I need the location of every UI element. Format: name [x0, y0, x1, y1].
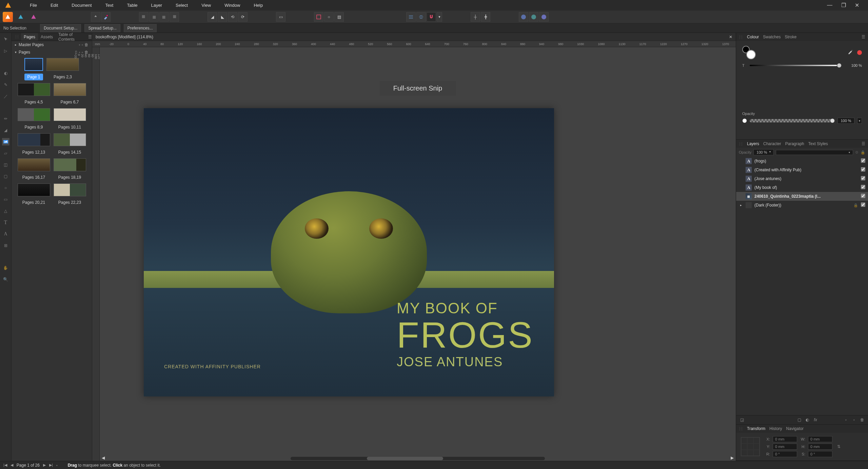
panel-handle-icon[interactable]: ┊┊: [739, 35, 743, 39]
layer-visibility-checkbox[interactable]: [861, 167, 865, 172]
scroll-right-icon[interactable]: ▶: [731, 455, 734, 460]
opacity-dropdown-icon[interactable]: ▾: [857, 118, 862, 124]
menu-edit[interactable]: Edit: [44, 1, 65, 10]
menu-layer[interactable]: Layer: [144, 1, 169, 10]
page-thumb-16-17[interactable]: [18, 158, 50, 171]
panel-menu-icon[interactable]: ☰: [862, 141, 865, 146]
canvas-viewport[interactable]: MY BOOK OF FROGS JOSE ANTUNES CREATED WI…: [100, 47, 736, 461]
menu-file[interactable]: File: [23, 1, 44, 10]
flip-h-icon[interactable]: ◢: [208, 12, 217, 22]
scrollbar-thumb[interactable]: [367, 457, 443, 460]
document-close-icon[interactable]: ✕: [729, 35, 732, 39]
y-field[interactable]: 0 mm: [773, 444, 797, 450]
arrange-back-icon[interactable]: [139, 12, 149, 22]
brush-tool-icon[interactable]: ✏: [2, 115, 9, 122]
arrange-front-icon[interactable]: [170, 12, 179, 22]
last-page-icon[interactable]: ▶|: [49, 463, 53, 467]
tint-slider[interactable]: [750, 65, 842, 66]
document-setup-button[interactable]: Document Setup...: [40, 24, 81, 32]
menu-table[interactable]: Table: [120, 1, 144, 10]
designer-persona-icon[interactable]: [16, 12, 26, 22]
menu-document[interactable]: Document: [65, 1, 98, 10]
panel-handle-icon[interactable]: ┊┊: [739, 427, 743, 431]
adjustment-layer-icon[interactable]: ◐: [804, 417, 810, 423]
page-canvas[interactable]: MY BOOK OF FROGS JOSE ANTUNES CREATED WI…: [144, 108, 554, 396]
place-image-tool-icon[interactable]: ▱: [2, 150, 9, 157]
menu-text[interactable]: Text: [99, 1, 120, 10]
rotate-cw-icon[interactable]: ⟳: [238, 12, 248, 22]
s-field[interactable]: 0 °: [808, 451, 832, 457]
tab-pages[interactable]: Pages: [21, 33, 38, 41]
pencil-tool-icon[interactable]: ／: [2, 93, 9, 100]
page-thumb-20-21[interactable]: [18, 183, 50, 196]
next-page-icon[interactable]: ▶: [43, 463, 46, 467]
tab-navigator[interactable]: Navigator: [786, 426, 804, 431]
preferences-button[interactable]: Preferences...: [124, 24, 157, 32]
scroll-left-icon[interactable]: ◀: [102, 455, 105, 460]
eyedropper-icon[interactable]: [847, 49, 854, 56]
fill-tool-icon[interactable]: ◢: [2, 126, 9, 134]
panel-menu-icon[interactable]: ☰: [862, 35, 865, 39]
snapping-dropdown-icon[interactable]: ▼: [437, 12, 442, 22]
anchor-point-grid[interactable]: [741, 437, 760, 456]
opacity-slider-thumb[interactable]: [830, 118, 835, 123]
link-wh-icon[interactable]: ⇅: [837, 444, 841, 449]
align-center-icon[interactable]: [416, 12, 426, 22]
snapping-icon[interactable]: [427, 12, 436, 22]
arrow-up-icon[interactable]: [91, 12, 100, 22]
spread-toggle-icon[interactable]: ▫: [56, 463, 58, 467]
menu-view[interactable]: View: [195, 1, 218, 10]
layer-row[interactable]: A (frogs): [736, 157, 868, 165]
picture-frame-tool-icon[interactable]: [2, 138, 9, 145]
tab-stroke[interactable]: Stroke: [785, 35, 796, 39]
crop-tool-icon[interactable]: ◫: [2, 161, 9, 169]
fill-colour-well[interactable]: [746, 50, 756, 59]
menu-help[interactable]: Help: [247, 1, 270, 10]
colour-wells[interactable]: [742, 46, 756, 59]
tab-assets[interactable]: Assets: [38, 33, 56, 41]
tab-history[interactable]: History: [769, 426, 782, 431]
rectangle-tool-icon[interactable]: ▢: [2, 173, 9, 180]
gradient-tool-icon[interactable]: ◐: [2, 70, 9, 77]
add-layer-icon[interactable]: ▫: [843, 417, 849, 423]
table-tool-icon[interactable]: ⊞: [2, 242, 9, 249]
page-thumb-4-5[interactable]: [18, 83, 50, 96]
opacity-value[interactable]: 100 %: [837, 118, 854, 124]
page-thumb-8-9[interactable]: [18, 108, 50, 121]
ellipse-tool-icon[interactable]: ○: [2, 184, 9, 192]
arrange-forward-icon[interactable]: [159, 12, 169, 22]
rotate-ccw-icon[interactable]: ⟲: [228, 12, 237, 22]
page-thumb-1[interactable]: [24, 58, 43, 71]
bleed-icon[interactable]: ▤: [334, 12, 344, 22]
master-thumb-1-icon[interactable]: ▫: [79, 42, 80, 47]
add-pixel-layer-icon[interactable]: ▫: [851, 417, 857, 423]
first-page-icon[interactable]: |◀: [3, 463, 7, 467]
panel-handle-icon[interactable]: ┊┊: [739, 142, 743, 146]
artistic-text-tool-icon[interactable]: T: [2, 219, 9, 226]
hand-tool-icon[interactable]: ✋: [2, 264, 9, 272]
clip-canvas-icon[interactable]: ○: [324, 12, 334, 22]
layer-opacity-dropdown[interactable]: 100 %▾: [753, 149, 774, 155]
master-delete-icon[interactable]: 🗑: [84, 42, 88, 47]
layer-visibility-checkbox[interactable]: [861, 194, 865, 198]
layer-row[interactable]: A (Jose antunes): [736, 174, 868, 183]
tab-textstyles[interactable]: Text Styles: [808, 141, 828, 146]
layer-row[interactable]: ▸ (Dark (Footer)) 🔒: [736, 201, 868, 210]
node-tool-icon[interactable]: ▷: [2, 47, 9, 55]
zoom-tool-icon[interactable]: 🔍: [2, 276, 9, 283]
close-icon[interactable]: ✕: [852, 1, 862, 10]
prev-page-icon[interactable]: ◀: [11, 463, 13, 467]
layer-lock-icon[interactable]: 🔒: [861, 150, 865, 155]
layer-visibility-checkbox[interactable]: [861, 185, 865, 189]
baseline-grid-icon[interactable]: [406, 12, 416, 22]
fx-icon[interactable]: fx: [812, 417, 818, 423]
layer-options-icon[interactable]: ⚙: [855, 150, 859, 155]
publisher-persona-icon[interactable]: [3, 12, 13, 22]
sphere-1-icon[interactable]: [519, 12, 528, 22]
w-field[interactable]: 0 mm: [808, 436, 832, 442]
tab-swatches[interactable]: Swatches: [763, 35, 781, 39]
layer-locked-icon[interactable]: 🔒: [853, 203, 858, 208]
move-tool-icon[interactable]: [2, 36, 9, 43]
cover-title-block[interactable]: MY BOOK OF FROGS JOSE ANTUNES: [397, 300, 534, 369]
tab-paragraph[interactable]: Paragraph: [785, 141, 804, 146]
